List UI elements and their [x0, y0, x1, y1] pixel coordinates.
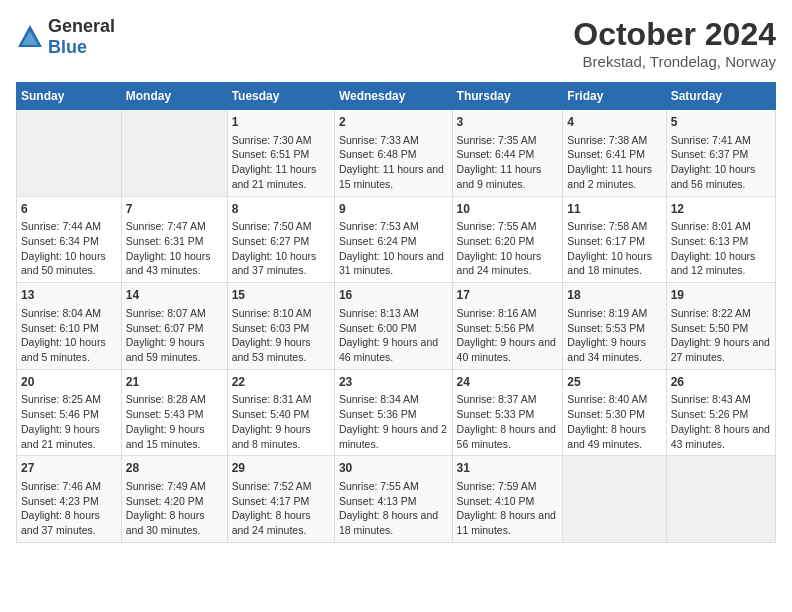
- calendar-cell: 7Sunrise: 7:47 AMSunset: 6:31 PMDaylight…: [121, 196, 227, 283]
- day-number: 26: [671, 374, 771, 391]
- calendar-cell: 8Sunrise: 7:50 AMSunset: 6:27 PMDaylight…: [227, 196, 334, 283]
- calendar-cell: [666, 456, 775, 543]
- day-number: 6: [21, 201, 117, 218]
- cell-info: Sunrise: 8:43 AMSunset: 5:26 PMDaylight:…: [671, 392, 771, 451]
- header-day-saturday: Saturday: [666, 83, 775, 110]
- calendar-cell: 18Sunrise: 8:19 AMSunset: 5:53 PMDayligh…: [563, 283, 666, 370]
- cell-info: Sunrise: 8:25 AMSunset: 5:46 PMDaylight:…: [21, 392, 117, 451]
- calendar-cell: 24Sunrise: 8:37 AMSunset: 5:33 PMDayligh…: [452, 369, 563, 456]
- header-day-tuesday: Tuesday: [227, 83, 334, 110]
- calendar-cell: 3Sunrise: 7:35 AMSunset: 6:44 PMDaylight…: [452, 110, 563, 197]
- day-number: 30: [339, 460, 448, 477]
- day-number: 4: [567, 114, 661, 131]
- day-number: 8: [232, 201, 330, 218]
- cell-info: Sunrise: 7:58 AMSunset: 6:17 PMDaylight:…: [567, 219, 661, 278]
- day-number: 25: [567, 374, 661, 391]
- cell-info: Sunrise: 8:04 AMSunset: 6:10 PMDaylight:…: [21, 306, 117, 365]
- cell-info: Sunrise: 8:37 AMSunset: 5:33 PMDaylight:…: [457, 392, 559, 451]
- logo-general: General: [48, 16, 115, 36]
- cell-info: Sunrise: 7:47 AMSunset: 6:31 PMDaylight:…: [126, 219, 223, 278]
- calendar-cell: 9Sunrise: 7:53 AMSunset: 6:24 PMDaylight…: [334, 196, 452, 283]
- day-number: 31: [457, 460, 559, 477]
- day-number: 19: [671, 287, 771, 304]
- header: General Blue October 2024 Brekstad, Tron…: [16, 16, 776, 70]
- cell-info: Sunrise: 7:49 AMSunset: 4:20 PMDaylight:…: [126, 479, 223, 538]
- header-day-wednesday: Wednesday: [334, 83, 452, 110]
- day-number: 23: [339, 374, 448, 391]
- day-number: 22: [232, 374, 330, 391]
- main-title: October 2024: [573, 16, 776, 53]
- cell-info: Sunrise: 7:53 AMSunset: 6:24 PMDaylight:…: [339, 219, 448, 278]
- subtitle: Brekstad, Trondelag, Norway: [573, 53, 776, 70]
- day-number: 29: [232, 460, 330, 477]
- day-number: 15: [232, 287, 330, 304]
- header-day-friday: Friday: [563, 83, 666, 110]
- logo-icon: [16, 23, 44, 51]
- calendar-cell: 30Sunrise: 7:55 AMSunset: 4:13 PMDayligh…: [334, 456, 452, 543]
- cell-info: Sunrise: 7:59 AMSunset: 4:10 PMDaylight:…: [457, 479, 559, 538]
- day-number: 3: [457, 114, 559, 131]
- cell-info: Sunrise: 8:34 AMSunset: 5:36 PMDaylight:…: [339, 392, 448, 451]
- cell-info: Sunrise: 7:52 AMSunset: 4:17 PMDaylight:…: [232, 479, 330, 538]
- cell-info: Sunrise: 8:31 AMSunset: 5:40 PMDaylight:…: [232, 392, 330, 451]
- calendar-cell: 28Sunrise: 7:49 AMSunset: 4:20 PMDayligh…: [121, 456, 227, 543]
- calendar-cell: 2Sunrise: 7:33 AMSunset: 6:48 PMDaylight…: [334, 110, 452, 197]
- cell-info: Sunrise: 7:44 AMSunset: 6:34 PMDaylight:…: [21, 219, 117, 278]
- header-day-sunday: Sunday: [17, 83, 122, 110]
- week-row-1: 1Sunrise: 7:30 AMSunset: 6:51 PMDaylight…: [17, 110, 776, 197]
- calendar-cell: 25Sunrise: 8:40 AMSunset: 5:30 PMDayligh…: [563, 369, 666, 456]
- logo: General Blue: [16, 16, 115, 58]
- cell-info: Sunrise: 8:10 AMSunset: 6:03 PMDaylight:…: [232, 306, 330, 365]
- cell-info: Sunrise: 8:13 AMSunset: 6:00 PMDaylight:…: [339, 306, 448, 365]
- calendar-cell: 19Sunrise: 8:22 AMSunset: 5:50 PMDayligh…: [666, 283, 775, 370]
- cell-info: Sunrise: 8:22 AMSunset: 5:50 PMDaylight:…: [671, 306, 771, 365]
- title-area: October 2024 Brekstad, Trondelag, Norway: [573, 16, 776, 70]
- calendar-cell: 13Sunrise: 8:04 AMSunset: 6:10 PMDayligh…: [17, 283, 122, 370]
- cell-info: Sunrise: 7:38 AMSunset: 6:41 PMDaylight:…: [567, 133, 661, 192]
- day-number: 5: [671, 114, 771, 131]
- cell-info: Sunrise: 8:19 AMSunset: 5:53 PMDaylight:…: [567, 306, 661, 365]
- day-number: 10: [457, 201, 559, 218]
- calendar-cell: 10Sunrise: 7:55 AMSunset: 6:20 PMDayligh…: [452, 196, 563, 283]
- cell-info: Sunrise: 8:40 AMSunset: 5:30 PMDaylight:…: [567, 392, 661, 451]
- day-number: 24: [457, 374, 559, 391]
- cell-info: Sunrise: 8:01 AMSunset: 6:13 PMDaylight:…: [671, 219, 771, 278]
- header-day-monday: Monday: [121, 83, 227, 110]
- calendar-cell: 11Sunrise: 7:58 AMSunset: 6:17 PMDayligh…: [563, 196, 666, 283]
- calendar-cell: [17, 110, 122, 197]
- day-number: 27: [21, 460, 117, 477]
- day-number: 12: [671, 201, 771, 218]
- calendar-table: SundayMondayTuesdayWednesdayThursdayFrid…: [16, 82, 776, 543]
- day-number: 2: [339, 114, 448, 131]
- cell-info: Sunrise: 7:33 AMSunset: 6:48 PMDaylight:…: [339, 133, 448, 192]
- calendar-cell: 1Sunrise: 7:30 AMSunset: 6:51 PMDaylight…: [227, 110, 334, 197]
- calendar-cell: [563, 456, 666, 543]
- day-number: 17: [457, 287, 559, 304]
- calendar-cell: 27Sunrise: 7:46 AMSunset: 4:23 PMDayligh…: [17, 456, 122, 543]
- day-number: 21: [126, 374, 223, 391]
- header-row: SundayMondayTuesdayWednesdayThursdayFrid…: [17, 83, 776, 110]
- calendar-body: 1Sunrise: 7:30 AMSunset: 6:51 PMDaylight…: [17, 110, 776, 543]
- calendar-cell: 4Sunrise: 7:38 AMSunset: 6:41 PMDaylight…: [563, 110, 666, 197]
- cell-info: Sunrise: 7:55 AMSunset: 4:13 PMDaylight:…: [339, 479, 448, 538]
- calendar-cell: 6Sunrise: 7:44 AMSunset: 6:34 PMDaylight…: [17, 196, 122, 283]
- cell-info: Sunrise: 7:50 AMSunset: 6:27 PMDaylight:…: [232, 219, 330, 278]
- cell-info: Sunrise: 7:35 AMSunset: 6:44 PMDaylight:…: [457, 133, 559, 192]
- calendar-cell: 31Sunrise: 7:59 AMSunset: 4:10 PMDayligh…: [452, 456, 563, 543]
- calendar-header: SundayMondayTuesdayWednesdayThursdayFrid…: [17, 83, 776, 110]
- week-row-4: 20Sunrise: 8:25 AMSunset: 5:46 PMDayligh…: [17, 369, 776, 456]
- cell-info: Sunrise: 7:41 AMSunset: 6:37 PMDaylight:…: [671, 133, 771, 192]
- calendar-cell: [121, 110, 227, 197]
- calendar-cell: 23Sunrise: 8:34 AMSunset: 5:36 PMDayligh…: [334, 369, 452, 456]
- calendar-cell: 15Sunrise: 8:10 AMSunset: 6:03 PMDayligh…: [227, 283, 334, 370]
- cell-info: Sunrise: 8:16 AMSunset: 5:56 PMDaylight:…: [457, 306, 559, 365]
- calendar-cell: 17Sunrise: 8:16 AMSunset: 5:56 PMDayligh…: [452, 283, 563, 370]
- cell-info: Sunrise: 7:46 AMSunset: 4:23 PMDaylight:…: [21, 479, 117, 538]
- day-number: 28: [126, 460, 223, 477]
- day-number: 20: [21, 374, 117, 391]
- day-number: 14: [126, 287, 223, 304]
- calendar-cell: 21Sunrise: 8:28 AMSunset: 5:43 PMDayligh…: [121, 369, 227, 456]
- calendar-cell: 26Sunrise: 8:43 AMSunset: 5:26 PMDayligh…: [666, 369, 775, 456]
- calendar-cell: 16Sunrise: 8:13 AMSunset: 6:00 PMDayligh…: [334, 283, 452, 370]
- header-day-thursday: Thursday: [452, 83, 563, 110]
